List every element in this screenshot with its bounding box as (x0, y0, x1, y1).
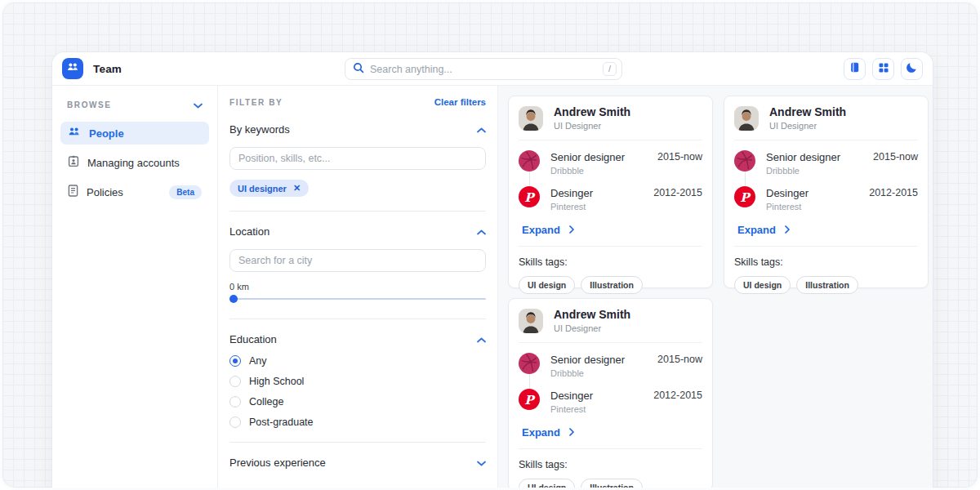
radio-button[interactable] (229, 376, 241, 387)
experience-title: Desinger (766, 187, 858, 199)
expand-link[interactable]: Expand (737, 224, 790, 236)
sidebar-item-label: Managing accounts (87, 157, 202, 169)
experience-period: 2012-2015 (869, 186, 918, 198)
divider (519, 140, 702, 140)
experience-title: Senior designer (550, 354, 647, 366)
keywords-section-header[interactable]: By keywords (229, 122, 486, 136)
global-search[interactable]: / (345, 58, 622, 80)
browse-section-label: BROWSE (67, 100, 112, 109)
person-role: UI Designer (554, 323, 630, 333)
divider (734, 246, 918, 247)
chevron-up-icon (477, 332, 486, 346)
experience-company: Pinterest (550, 404, 643, 414)
experience-company: Dribbble (550, 368, 647, 378)
previous-experience-title: Previous experience (229, 457, 326, 469)
keywords-input[interactable] (229, 147, 486, 170)
experience-period: 2015-now (873, 150, 918, 163)
education-section-header[interactable]: Education (229, 332, 486, 346)
people-icon (68, 127, 81, 140)
experience-company: Dribbble (766, 166, 862, 176)
radio-button[interactable] (229, 355, 241, 367)
slider-handle[interactable] (229, 295, 238, 303)
experience-row: Senior designer Dribbble 2015-now (519, 150, 702, 176)
desktop-background: Team / (0, 0, 980, 490)
dribbble-icon (519, 353, 540, 374)
person-cards-grid: Andrew Smith UI Designer Se (508, 96, 929, 490)
skill-tag: UI design (734, 276, 791, 294)
sidebar-item-label: People (89, 127, 202, 140)
location-section-title: Location (229, 225, 270, 238)
expand-link[interactable]: Expand (522, 426, 574, 439)
experience-row: Senior designer Dribbble 2015-now (519, 353, 702, 378)
sidebar-item-managing-accounts[interactable]: Managing accounts (60, 151, 209, 174)
radio-option-college[interactable]: College (229, 396, 486, 408)
divider (519, 448, 702, 449)
location-section-header[interactable]: Location (229, 224, 486, 238)
experience-title: Senior designer (766, 151, 862, 163)
city-search-input[interactable] (229, 249, 486, 272)
dark-mode-button[interactable] (901, 58, 923, 80)
sidebar: BROWSE People Managing accounts (52, 86, 217, 490)
experience-timeline: Senior designer Dribbble 2015-now P (734, 150, 918, 212)
chevron-right-icon (785, 224, 790, 236)
radio-option-post-graduate[interactable]: Post-graduate (229, 416, 486, 428)
avatar (519, 106, 543, 131)
book-icon (849, 61, 861, 77)
radio-option-high-school[interactable]: High School (229, 376, 486, 387)
experience-timeline: Senior designer Dribbble 2015-now P (519, 353, 702, 414)
app-window: Team / (51, 51, 933, 490)
person-card: Andrew Smith UI Designer Se (508, 298, 713, 490)
grid-icon (878, 62, 889, 77)
moon-icon (906, 61, 918, 77)
experience-row: P Desinger Pinterest 2012-2015 (519, 389, 702, 414)
experience-row: P Desinger Pinterest 2012-2015 (519, 186, 702, 212)
app-logo (62, 58, 83, 79)
remove-tag-icon[interactable]: ✕ (293, 183, 301, 194)
skills-label: Skills tags: (519, 459, 702, 470)
results-area: Andrew Smith UI Designer Se (498, 86, 933, 490)
filter-panel: FILTER BY Clear filters By keywords UI d… (217, 86, 498, 490)
person-name: Andrew Smith (554, 105, 630, 118)
divider (229, 211, 486, 212)
pinterest-icon: P (734, 186, 755, 207)
person-role: UI Designer (769, 121, 846, 131)
pinterest-icon: P (519, 186, 540, 207)
previous-experience-section-header[interactable]: Previous experience (229, 455, 486, 470)
apps-button[interactable] (872, 58, 894, 80)
library-button[interactable] (844, 58, 866, 80)
chevron-down-icon (477, 455, 486, 470)
experience-period: 2012-2015 (653, 186, 702, 198)
clear-filters-link[interactable]: Clear filters (434, 97, 486, 107)
person-name: Andrew Smith (554, 308, 630, 321)
search-input[interactable] (370, 64, 603, 75)
experience-company: Pinterest (766, 202, 858, 212)
sidebar-item-policies[interactable]: Policies Beta (60, 180, 209, 203)
experience-title: Senior designer (550, 151, 647, 163)
distance-slider[interactable] (229, 293, 486, 305)
slider-track[interactable] (229, 298, 486, 300)
education-section-title: Education (229, 333, 277, 345)
people-logo-icon (66, 60, 79, 77)
experience-title: Desinger (550, 187, 643, 199)
keyword-tag-label: UI designer (238, 184, 287, 194)
experience-title: Desinger (550, 390, 643, 402)
avatar (519, 309, 543, 333)
chevron-right-icon (569, 224, 574, 236)
sidebar-item-people[interactable]: People (60, 122, 209, 145)
chevron-up-icon (477, 122, 486, 136)
search-icon (353, 62, 364, 77)
divider (519, 342, 702, 343)
radio-button[interactable] (229, 416, 241, 428)
skill-tag: Illustration (581, 479, 643, 490)
expand-link[interactable]: Expand (522, 224, 574, 236)
radio-button[interactable] (229, 396, 241, 408)
experience-row: Senior designer Dribbble 2015-now (734, 150, 918, 176)
keyword-tag-chip[interactable]: UI designer ✕ (229, 180, 309, 197)
chevron-up-icon (477, 224, 486, 238)
person-name: Andrew Smith (769, 105, 846, 118)
chevron-down-icon[interactable] (194, 97, 203, 112)
id-badge-icon (68, 155, 79, 170)
filter-by-label: FILTER BY (229, 98, 283, 107)
chevron-right-icon (569, 426, 574, 439)
radio-option-any[interactable]: Any (229, 355, 486, 367)
